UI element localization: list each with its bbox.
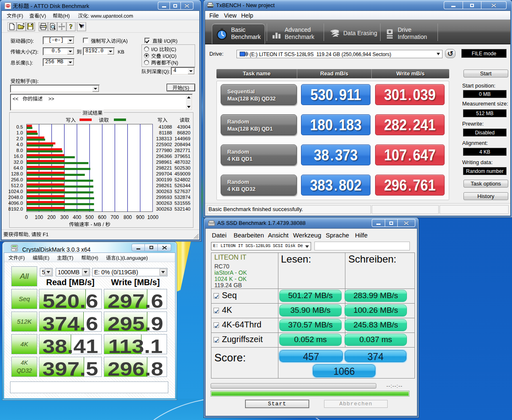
svg-text:?: ?	[82, 23, 84, 29]
svg-text:?: ?	[69, 23, 73, 30]
